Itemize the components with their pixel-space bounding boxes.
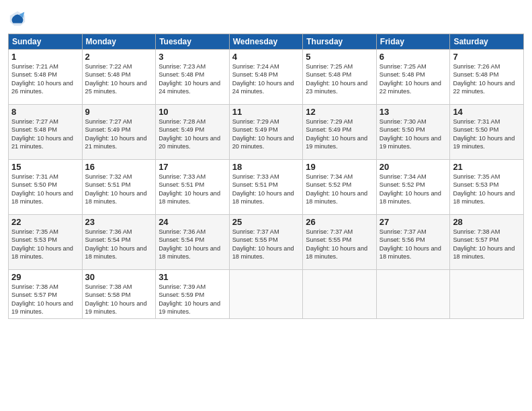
day-info: Sunrise: 7:31 AMSunset: 5:50 PMDaylight:… (11, 173, 79, 206)
day-info: Sunrise: 7:38 AMSunset: 5:58 PMDaylight:… (85, 283, 153, 316)
day-info: Sunrise: 7:34 AMSunset: 5:52 PMDaylight:… (380, 173, 447, 206)
day-info: Sunrise: 7:28 AMSunset: 5:49 PMDaylight:… (159, 118, 226, 151)
day-number: 3 (159, 52, 226, 62)
day-cell: 23Sunrise: 7:36 AMSunset: 5:54 PMDayligh… (82, 215, 156, 270)
day-cell: 14Sunrise: 7:31 AMSunset: 5:50 PMDayligh… (450, 105, 524, 160)
day-number: 27 (380, 217, 447, 227)
day-info: Sunrise: 7:37 AMSunset: 5:55 PMDaylight:… (232, 228, 300, 261)
day-cell: 7Sunrise: 7:26 AMSunset: 5:48 PMDaylight… (450, 50, 524, 105)
day-info: Sunrise: 7:26 AMSunset: 5:48 PMDaylight:… (453, 62, 521, 96)
day-cell (303, 270, 377, 319)
day-info: Sunrise: 7:33 AMSunset: 5:51 PMDaylight:… (232, 173, 300, 206)
header (8, 7, 524, 28)
day-cell: 19Sunrise: 7:34 AMSunset: 5:52 PMDayligh… (303, 160, 377, 215)
day-number: 14 (453, 107, 521, 117)
col-header-tuesday: Tuesday (156, 34, 230, 50)
day-number: 21 (453, 162, 521, 172)
day-number: 26 (306, 217, 373, 227)
day-cell: 12Sunrise: 7:29 AMSunset: 5:49 PMDayligh… (303, 105, 377, 160)
day-cell: 24Sunrise: 7:36 AMSunset: 5:54 PMDayligh… (156, 215, 230, 270)
day-number: 22 (11, 217, 79, 227)
col-header-saturday: Saturday (450, 34, 524, 50)
day-number: 16 (85, 162, 153, 172)
day-number: 5 (306, 52, 373, 62)
day-number: 31 (159, 272, 226, 282)
day-info: Sunrise: 7:25 AMSunset: 5:48 PMDaylight:… (306, 62, 373, 96)
day-number: 24 (159, 217, 226, 227)
day-number: 2 (85, 52, 153, 62)
day-info: Sunrise: 7:21 AMSunset: 5:48 PMDaylight:… (11, 62, 79, 96)
day-cell: 2Sunrise: 7:22 AMSunset: 5:48 PMDaylight… (82, 50, 156, 105)
day-cell: 31Sunrise: 7:39 AMSunset: 5:59 PMDayligh… (156, 270, 230, 319)
day-number: 17 (159, 162, 226, 172)
day-cell: 27Sunrise: 7:37 AMSunset: 5:56 PMDayligh… (376, 215, 450, 270)
day-cell: 9Sunrise: 7:27 AMSunset: 5:49 PMDaylight… (82, 105, 156, 160)
day-info: Sunrise: 7:35 AMSunset: 5:53 PMDaylight:… (11, 228, 79, 261)
day-number: 18 (232, 162, 300, 172)
day-cell: 13Sunrise: 7:30 AMSunset: 5:50 PMDayligh… (376, 105, 450, 160)
day-number: 8 (11, 107, 79, 117)
day-number: 29 (11, 272, 79, 282)
col-header-thursday: Thursday (303, 34, 377, 50)
day-info: Sunrise: 7:29 AMSunset: 5:49 PMDaylight:… (306, 118, 373, 151)
calendar-container: SundayMondayTuesdayWednesdayThursdayFrid… (0, 0, 532, 411)
day-info: Sunrise: 7:37 AMSunset: 5:56 PMDaylight:… (380, 228, 447, 261)
day-cell: 29Sunrise: 7:38 AMSunset: 5:57 PMDayligh… (9, 270, 83, 319)
col-header-wednesday: Wednesday (229, 34, 303, 50)
day-number: 13 (380, 107, 447, 117)
day-info: Sunrise: 7:25 AMSunset: 5:48 PMDaylight:… (380, 62, 447, 96)
logo-icon (8, 9, 27, 28)
day-info: Sunrise: 7:24 AMSunset: 5:48 PMDaylight:… (232, 62, 300, 96)
day-cell: 25Sunrise: 7:37 AMSunset: 5:55 PMDayligh… (229, 215, 303, 270)
day-info: Sunrise: 7:39 AMSunset: 5:59 PMDaylight:… (159, 283, 226, 316)
day-info: Sunrise: 7:32 AMSunset: 5:51 PMDaylight:… (85, 173, 153, 206)
day-info: Sunrise: 7:38 AMSunset: 5:57 PMDaylight:… (11, 283, 79, 316)
day-info: Sunrise: 7:35 AMSunset: 5:53 PMDaylight:… (453, 173, 521, 206)
day-cell: 30Sunrise: 7:38 AMSunset: 5:58 PMDayligh… (82, 270, 156, 319)
col-header-friday: Friday (376, 34, 450, 50)
col-header-monday: Monday (82, 34, 156, 50)
day-cell: 17Sunrise: 7:33 AMSunset: 5:51 PMDayligh… (156, 160, 230, 215)
day-number: 15 (11, 162, 79, 172)
calendar-table: SundayMondayTuesdayWednesdayThursdayFrid… (8, 34, 524, 319)
day-cell: 1Sunrise: 7:21 AMSunset: 5:48 PMDaylight… (9, 50, 83, 105)
day-info: Sunrise: 7:36 AMSunset: 5:54 PMDaylight:… (159, 228, 226, 261)
day-cell: 6Sunrise: 7:25 AMSunset: 5:48 PMDaylight… (376, 50, 450, 105)
day-number: 25 (232, 217, 300, 227)
week-row-5: 29Sunrise: 7:38 AMSunset: 5:57 PMDayligh… (9, 270, 524, 319)
day-number: 11 (232, 107, 300, 117)
day-info: Sunrise: 7:30 AMSunset: 5:50 PMDaylight:… (380, 118, 447, 151)
day-cell: 28Sunrise: 7:38 AMSunset: 5:57 PMDayligh… (450, 215, 524, 270)
logo (8, 9, 28, 28)
week-row-2: 8Sunrise: 7:27 AMSunset: 5:48 PMDaylight… (9, 105, 524, 160)
day-cell: 4Sunrise: 7:24 AMSunset: 5:48 PMDaylight… (229, 50, 303, 105)
day-cell (229, 270, 303, 319)
day-cell: 26Sunrise: 7:37 AMSunset: 5:55 PMDayligh… (303, 215, 377, 270)
week-row-3: 15Sunrise: 7:31 AMSunset: 5:50 PMDayligh… (9, 160, 524, 215)
day-cell (376, 270, 450, 319)
day-cell (450, 270, 524, 319)
day-number: 1 (11, 52, 79, 62)
day-cell: 22Sunrise: 7:35 AMSunset: 5:53 PMDayligh… (9, 215, 83, 270)
col-header-sunday: Sunday (9, 34, 83, 50)
day-number: 23 (85, 217, 153, 227)
header-row: SundayMondayTuesdayWednesdayThursdayFrid… (9, 34, 524, 50)
day-number: 12 (306, 107, 373, 117)
day-number: 30 (85, 272, 153, 282)
day-info: Sunrise: 7:37 AMSunset: 5:55 PMDaylight:… (306, 228, 373, 261)
day-cell: 11Sunrise: 7:29 AMSunset: 5:49 PMDayligh… (229, 105, 303, 160)
day-number: 9 (85, 107, 153, 117)
day-number: 7 (453, 52, 521, 62)
day-cell: 21Sunrise: 7:35 AMSunset: 5:53 PMDayligh… (450, 160, 524, 215)
week-row-1: 1Sunrise: 7:21 AMSunset: 5:48 PMDaylight… (9, 50, 524, 105)
day-info: Sunrise: 7:22 AMSunset: 5:48 PMDaylight:… (85, 62, 153, 96)
day-cell: 3Sunrise: 7:23 AMSunset: 5:48 PMDaylight… (156, 50, 230, 105)
day-number: 4 (232, 52, 300, 62)
day-number: 19 (306, 162, 373, 172)
day-cell: 18Sunrise: 7:33 AMSunset: 5:51 PMDayligh… (229, 160, 303, 215)
day-cell: 20Sunrise: 7:34 AMSunset: 5:52 PMDayligh… (376, 160, 450, 215)
day-info: Sunrise: 7:31 AMSunset: 5:50 PMDaylight:… (453, 118, 521, 151)
day-number: 6 (380, 52, 447, 62)
day-cell: 5Sunrise: 7:25 AMSunset: 5:48 PMDaylight… (303, 50, 377, 105)
day-info: Sunrise: 7:29 AMSunset: 5:49 PMDaylight:… (232, 118, 300, 151)
